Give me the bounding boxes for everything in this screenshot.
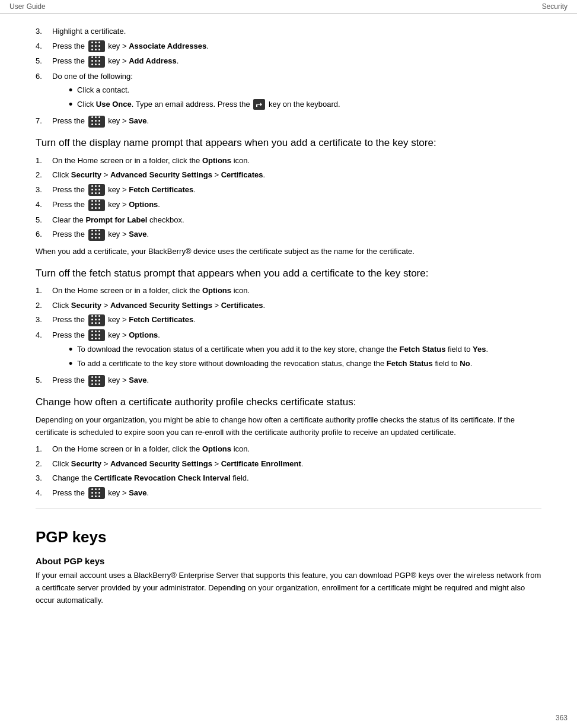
menu-key-icon <box>88 314 105 326</box>
bullet-fetch-no: • To add a certificate to the key store … <box>69 358 541 370</box>
menu-key-icon <box>88 56 105 68</box>
menu-key-icon <box>88 487 105 499</box>
section2-bullets: • To download the revocation status of a… <box>69 344 541 369</box>
s1-step-3: 3. Press the key > Fetch Certificates. <box>36 184 541 196</box>
page-footer: 363 <box>556 714 568 722</box>
section1-steps: 1. On the Home screen or in a folder, cl… <box>36 155 541 241</box>
s3-step-1: 1. On the Home screen or in a folder, cl… <box>36 443 541 455</box>
step-5: 5. Press the key > Add Address. <box>36 55 541 68</box>
step-4: 4. Press the key > Associate Addresses. <box>36 40 541 53</box>
menu-key-icon <box>88 329 105 341</box>
section2-steps: 1. On the Home screen or in a folder, cl… <box>36 285 541 387</box>
s3-step-4: 4. Press the key > Save. <box>36 487 541 500</box>
menu-key-icon <box>88 199 105 211</box>
page-content: 3. Highlight a certificate. 4. Press the… <box>0 14 577 635</box>
top-steps: 3. Highlight a certificate. 4. Press the… <box>36 26 541 128</box>
bullet-fetch-yes: • To download the revocation status of a… <box>69 344 541 355</box>
section-divider <box>36 508 541 509</box>
menu-key-icon <box>88 184 105 196</box>
s2-step-4: 4. Press the key > Options. • To downloa… <box>36 329 541 372</box>
enter-key-icon <box>253 99 265 110</box>
pgp-body: If your email account uses a BlackBerry®… <box>36 570 541 606</box>
section3-steps: 1. On the Home screen or in a folder, cl… <box>36 443 541 499</box>
page-number: 363 <box>556 714 568 722</box>
s1-step-1: 1. On the Home screen or in a folder, cl… <box>36 155 541 167</box>
bullet-click-contact: •Click a contact. <box>69 84 541 96</box>
menu-key-icon <box>88 229 105 241</box>
pgp-subtitle: About PGP keys <box>36 556 541 566</box>
section2-heading: Turn off the fetch status prompt that ap… <box>36 266 541 281</box>
section3-heading: Change how often a certificate authority… <box>36 395 541 409</box>
s2-step-2: 2. Click Security > Advanced Security Se… <box>36 300 541 311</box>
section1-heading: Turn off the display name prompt that ap… <box>36 136 541 150</box>
s2-step-1: 1. On the Home screen or in a folder, cl… <box>36 285 541 297</box>
header-left: User Guide <box>9 2 46 11</box>
bullet-use-once: •Click Use Once. Type an email address. … <box>69 98 541 110</box>
note1-text: When you add a certificate, your BlackBe… <box>36 246 541 258</box>
s1-step-5: 5. Clear the Prompt for Label checkbox. <box>36 214 541 226</box>
section3-intro: Depending on your organization, you migh… <box>36 414 541 439</box>
s2-step-5: 5. Press the key > Save. <box>36 374 541 387</box>
s3-step-3: 3. Change the Certificate Revocation Che… <box>36 472 541 484</box>
s3-step-2: 2. Click Security > Advanced Security Se… <box>36 458 541 470</box>
menu-key-icon <box>88 116 105 128</box>
header-right: Security <box>542 2 568 11</box>
pgp-title: PGP keys <box>36 528 541 546</box>
page-header: User Guide Security <box>0 0 577 14</box>
step-3: 3. Highlight a certificate. <box>36 26 541 37</box>
menu-key-icon <box>88 375 105 387</box>
menu-key-icon <box>88 40 105 52</box>
s1-step-4: 4. Press the key > Options. <box>36 199 541 211</box>
s1-step-2: 2. Click Security > Advanced Security Se… <box>36 169 541 181</box>
step-7: 7. Press the key > Save. <box>36 115 541 128</box>
step-6: 6. Do one of the following: •Click a con… <box>36 71 541 113</box>
s2-step-3: 3. Press the key > Fetch Certificates. <box>36 314 541 326</box>
s1-step-6: 6. Press the key > Save. <box>36 228 541 241</box>
step6-bullets: •Click a contact. •Click Use Once. Type … <box>69 84 541 110</box>
